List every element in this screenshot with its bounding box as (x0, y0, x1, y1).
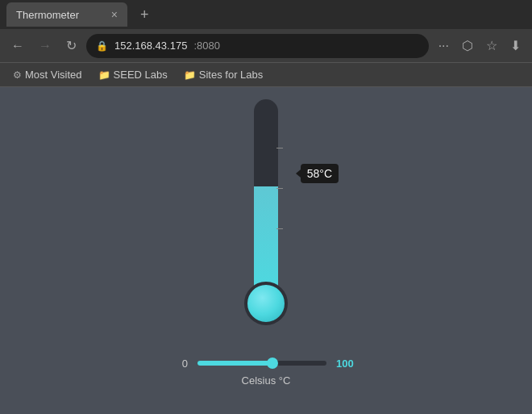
forward-button[interactable]: → (34, 36, 56, 56)
title-bar: Thermometer × + (0, 0, 532, 29)
new-tab-button[interactable]: + (134, 3, 156, 27)
refresh-button[interactable]: ↻ (61, 35, 81, 56)
page-content: 58°C 0 100 Celsius °C (0, 87, 532, 414)
thermometer-fill (254, 186, 278, 293)
slider-fill (197, 361, 272, 366)
thermometer: 58°C (246, 99, 286, 325)
bookmark-seed-labs-label: SEED Labs (114, 69, 168, 81)
navigation-bar: ← → ↻ 🔒 152.168.43.175 :8080 ··· ⬡ ☆ ⬇ (0, 29, 532, 63)
download-button[interactable]: ⬇ (505, 35, 526, 56)
thermometer-bulb (244, 282, 288, 325)
thermometer-container: 58°C 0 100 Celsius °C (172, 99, 360, 387)
slider-section: 0 100 (172, 358, 360, 370)
gear-icon: ⚙ (13, 69, 22, 81)
star-button[interactable]: ☆ (481, 35, 502, 56)
bookmark-sites-for-labs-label: Sites for Labs (199, 69, 264, 81)
slider-max-label: 100 (336, 358, 360, 370)
browser-tab[interactable]: Thermometer × (6, 2, 127, 27)
thermometer-tube (254, 99, 278, 293)
pocket-button[interactable]: ⬡ (457, 35, 478, 56)
address-bar[interactable]: 🔒 152.168.43.175 :8080 (86, 34, 429, 58)
back-button[interactable]: ← (6, 36, 29, 56)
folder-icon-2: 📁 (184, 69, 196, 81)
slider-min-label: 0 (172, 358, 188, 370)
bookmark-most-visited-label: Most Visited (25, 69, 82, 81)
thermometer-wrapper: 58°C (246, 99, 286, 325)
bookmark-sites-for-labs[interactable]: 📁 Sites for Labs (177, 66, 270, 83)
temperature-label: 58°C (301, 164, 339, 183)
celsius-label: Celsius °C (242, 374, 291, 387)
nav-actions: ··· ⬡ ☆ ⬇ (434, 35, 526, 56)
bookmarks-bar: ⚙ Most Visited 📁 SEED Labs 📁 Sites for L… (0, 63, 532, 87)
bookmark-seed-labs[interactable]: 📁 SEED Labs (92, 66, 174, 83)
lock-icon: 🔒 (96, 40, 108, 52)
tab-title: Thermometer (16, 9, 79, 21)
tab-close-button[interactable]: × (111, 8, 118, 21)
slider-thumb[interactable] (267, 358, 278, 369)
folder-icon: 📁 (98, 69, 110, 81)
address-text: 152.168.43.175 (114, 40, 187, 52)
bookmark-most-visited[interactable]: ⚙ Most Visited (6, 66, 89, 83)
slider-track[interactable] (197, 361, 326, 366)
more-button[interactable]: ··· (434, 35, 454, 56)
address-port: :8080 (193, 40, 220, 52)
